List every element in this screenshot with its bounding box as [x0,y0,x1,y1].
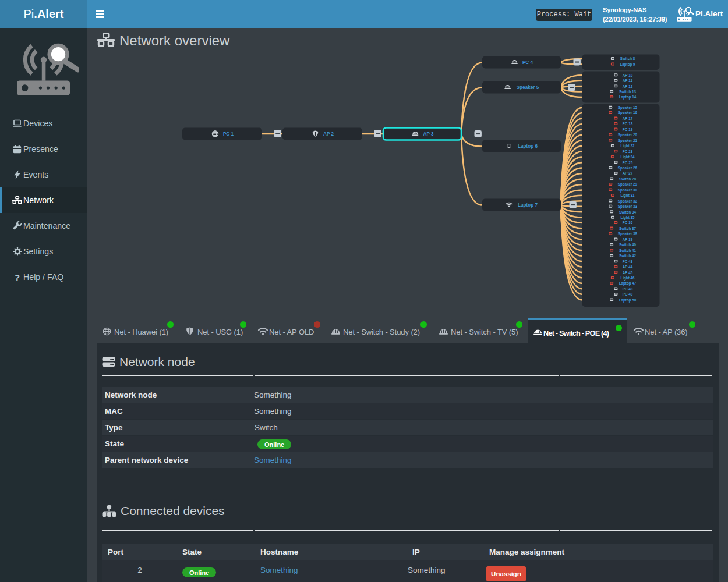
svg-text:AP 44: AP 44 [623,265,633,269]
svg-text:Switch 40: Switch 40 [619,243,637,247]
svg-text:Switch 8: Switch 8 [620,56,635,61]
svg-text:PC 25: PC 25 [623,161,633,165]
svg-text:AP 17: AP 17 [623,116,633,120]
svg-text:AP 3: AP 3 [423,132,434,137]
svg-text:Light 24: Light 24 [620,155,635,159]
svg-text:Speaker 20: Speaker 20 [618,133,638,137]
svg-text:AP 39: AP 39 [623,237,633,242]
svg-text:Switch 13: Switch 13 [619,90,637,94]
svg-text:PC 43: PC 43 [623,260,633,264]
svg-text:Light 46: Light 46 [620,276,635,281]
svg-text:AP 45: AP 45 [623,271,633,275]
svg-text:PC 1: PC 1 [223,132,234,137]
svg-text:Switch 41: Switch 41 [619,249,637,253]
svg-text:AP 2: AP 2 [323,132,334,137]
svg-text:Laptop 47: Laptop 47 [619,281,637,286]
svg-text:PC 49: PC 49 [623,292,633,296]
svg-text:Speaker 29: Speaker 29 [618,182,638,187]
svg-text:Speaker 5: Speaker 5 [517,85,539,90]
svg-text:PC 36: PC 36 [623,221,633,225]
svg-text:Laptop 6: Laptop 6 [518,144,538,149]
svg-text:Speaker 26: Speaker 26 [618,166,638,171]
svg-text:Light 35: Light 35 [620,215,635,220]
svg-text:Speaker 32: Speaker 32 [618,199,638,204]
svg-text:Laptop 50: Laptop 50 [619,298,637,303]
svg-text:PC 4: PC 4 [522,60,533,65]
svg-text:PC 48: PC 48 [623,287,633,291]
svg-text:Speaker 15: Speaker 15 [618,105,638,110]
svg-text:Switch 34: Switch 34 [619,210,637,214]
svg-text:PC 18: PC 18 [623,122,633,126]
svg-text:Laptop 9: Laptop 9 [620,62,635,67]
svg-text:Light 31: Light 31 [620,193,635,198]
svg-text:PC 23: PC 23 [623,150,633,154]
svg-text:Switch 28: Switch 28 [619,177,637,181]
svg-text:AP 10: AP 10 [623,73,633,77]
svg-text:PC 19: PC 19 [623,127,633,132]
svg-text:Speaker 21: Speaker 21 [618,139,638,143]
svg-text:Speaker 33: Speaker 33 [618,204,638,209]
svg-text:Switch 42: Switch 42 [619,254,637,258]
svg-text:Switch 37: Switch 37 [619,226,637,230]
svg-text:AP 12: AP 12 [623,84,633,88]
svg-text:Speaker 38: Speaker 38 [618,232,638,236]
svg-text:Laptop 14: Laptop 14 [619,95,637,100]
svg-text:Light 22: Light 22 [620,144,635,148]
svg-text:Speaker 30: Speaker 30 [618,188,638,193]
svg-text:Speaker 16: Speaker 16 [618,111,638,115]
svg-text:AP 11: AP 11 [623,79,633,83]
svg-text:Laptop 7: Laptop 7 [518,203,538,208]
svg-text:AP 27: AP 27 [623,171,633,175]
